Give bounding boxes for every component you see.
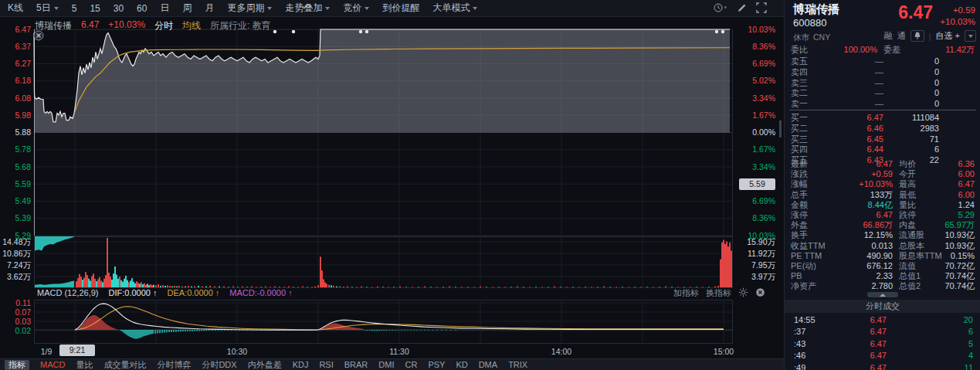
volume-bar <box>120 280 122 287</box>
toolbar-item-60[interactable]: 60 <box>137 3 147 14</box>
tab-DMA[interactable]: DMA <box>479 360 497 369</box>
fullscreen-icon[interactable] <box>756 2 767 15</box>
price-axis-label: 5.49 <box>15 196 32 205</box>
macd-histogram-bar <box>334 324 335 330</box>
toolbar-item-周[interactable]: 周 <box>182 2 192 15</box>
tab-CR[interactable]: CR <box>405 360 417 369</box>
volume-bar <box>548 287 549 287</box>
volume-bar <box>351 287 353 287</box>
stat-value: 70.72亿 <box>944 260 975 271</box>
volume-bar <box>148 285 150 287</box>
event-dot-marker[interactable] <box>273 30 276 33</box>
toolbar-item-大单模式[interactable]: 大单模式 <box>432 2 477 15</box>
toolbar-item-日[interactable]: 日 <box>160 2 169 15</box>
tab-DMI[interactable]: DMI <box>378 360 394 369</box>
toolbar-item-5日[interactable]: 5日 <box>36 2 59 15</box>
volume-bar <box>297 287 299 287</box>
tab-内外盘差[interactable]: 内外盘差 <box>248 359 282 370</box>
event-dot-marker[interactable] <box>359 30 362 33</box>
tape-price: 6.47 <box>870 338 887 349</box>
toolbar-item-label: K线 <box>8 2 23 15</box>
volume-bar <box>436 287 438 287</box>
pencil-icon[interactable] <box>737 2 748 15</box>
volume-bar <box>320 256 321 287</box>
toolbar-item-更多周期[interactable]: 更多周期 <box>227 2 272 15</box>
volume-bar <box>541 287 543 287</box>
volume-bar <box>328 285 330 287</box>
chart-canvas[interactable]: ↕6.476.376.276.186.085.985.885.785.685.5… <box>0 0 784 370</box>
time-axis-label: 1/9 <box>41 347 53 356</box>
macd-histogram-bar <box>333 324 334 330</box>
volume-bar <box>164 286 166 287</box>
volume-bar <box>720 260 721 287</box>
volume-bar <box>171 287 173 287</box>
stat-label: 最高 <box>899 178 916 189</box>
event-dot-marker[interactable] <box>365 30 368 33</box>
legend-mode-timeshare[interactable]: 分时 <box>154 19 173 32</box>
toolbar-item-K线[interactable]: K线 <box>8 2 23 15</box>
tab-分时DDX[interactable]: 分时DDX <box>202 359 236 370</box>
gear-icon[interactable] <box>738 287 748 299</box>
stat-row: 涨幅+10.03%最高6.47 <box>785 178 980 189</box>
tape-time: :37 <box>794 326 805 337</box>
tab-分时博弈[interactable]: 分时博弈 <box>157 359 191 370</box>
toolbar-item-走势叠加[interactable]: 走势叠加 <box>285 2 330 15</box>
tab-KDJ[interactable]: KDJ <box>293 360 309 369</box>
toolbar-item-30[interactable]: 30 <box>114 3 124 14</box>
toolbar-item-月[interactable]: 月 <box>205 2 214 15</box>
volume-bar <box>119 277 120 287</box>
tab-TRIX[interactable]: TRIX <box>508 360 527 369</box>
stat-label: PE(动) <box>791 260 816 271</box>
macd-histogram-bar <box>168 330 169 332</box>
stat-value: 70.74亿 <box>944 270 975 281</box>
alert-bell-button[interactable] <box>910 30 924 42</box>
volume-bar <box>585 287 586 287</box>
legend-avg-toggle[interactable]: 均线 <box>182 19 201 32</box>
tab-MACD[interactable]: MACD <box>40 360 65 369</box>
tab-指标[interactable]: 指标 <box>5 360 29 370</box>
price-axis-label: 6.18 <box>15 76 32 85</box>
macd-histogram-bar <box>87 317 88 330</box>
add-indicator-button[interactable]: 加指标 <box>673 287 699 299</box>
toolbar-item-竞价[interactable]: 竞价 <box>343 2 369 15</box>
macd-histogram-bar <box>185 330 185 331</box>
macd-params: MACD (12,26,9) <box>37 288 98 297</box>
close-icon[interactable] <box>755 287 765 299</box>
volume-bar <box>246 287 248 287</box>
volume-bar <box>721 243 723 287</box>
ask-row: 卖一—0 <box>785 98 980 109</box>
volume-axis-left-label: 10.86万 <box>2 249 31 258</box>
volume-bar <box>510 287 512 287</box>
event-dot-marker[interactable] <box>715 30 718 33</box>
volume-bar <box>86 275 88 287</box>
volume-bar <box>79 274 80 287</box>
macd-histogram-bar <box>161 330 162 333</box>
swap-indicator-button[interactable]: 换指标 <box>706 287 731 299</box>
pct-axis-label: 8.36% <box>752 213 775 222</box>
event-dot-marker[interactable] <box>721 30 724 33</box>
bid-price: 6.44 <box>867 144 883 154</box>
watchlist-dropdown-button[interactable] <box>965 30 976 42</box>
tab-BRAR[interactable]: BRAR <box>344 360 368 369</box>
tab-PSY[interactable]: PSY <box>428 360 445 369</box>
tab-成交量对比[interactable]: 成交量对比 <box>103 359 146 370</box>
volume-bar <box>333 286 334 287</box>
toolbar-item-15[interactable]: 15 <box>90 3 100 14</box>
volume-bar <box>124 279 125 287</box>
price-axis-label: 6.47 <box>15 25 32 34</box>
scrollbar-thumb[interactable] <box>779 121 782 137</box>
toolbar-item-到价提醒[interactable]: 到价提醒 <box>382 2 419 15</box>
clock-icon[interactable] <box>713 2 728 15</box>
tab-量比[interactable]: 量比 <box>76 359 93 370</box>
toolbar-item-5[interactable]: 5 <box>72 3 77 14</box>
event-dot-marker[interactable] <box>292 30 295 33</box>
ask-volume: 0 <box>934 87 939 98</box>
panel-resize-handle[interactable] <box>867 292 898 297</box>
tab-RSI[interactable]: RSI <box>319 360 333 369</box>
toolbar-item-label: 5 <box>72 3 77 14</box>
stat-value: 8.44亿 <box>868 199 893 210</box>
macd-histogram-bar <box>152 330 153 334</box>
legend-industry[interactable]: 所属行业: 教育 <box>210 19 271 32</box>
add-watchlist-button[interactable]: 自选 + <box>936 30 960 42</box>
tab-KD[interactable]: KD <box>456 360 467 369</box>
